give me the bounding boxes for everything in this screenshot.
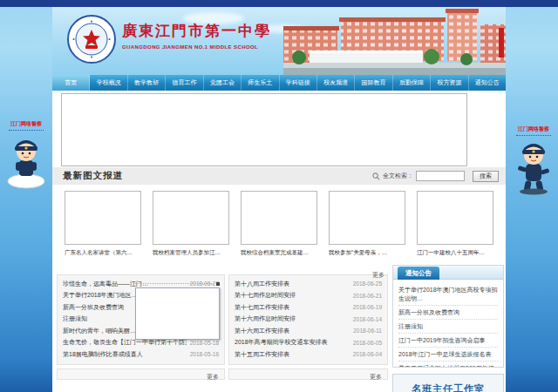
news-date: 2018-06-21 [353, 293, 382, 299]
popup-close-icon[interactable] [216, 282, 220, 286]
photo-placeholder[interactable] [417, 191, 493, 245]
panel-header [57, 265, 225, 274]
popup-title-text [135, 283, 214, 284]
news-title[interactable]: 第18届电脑制作比赛成绩喜人 [63, 350, 187, 359]
photo-placeholder[interactable] [65, 191, 141, 245]
notices-panel: 通知公告 关于举行2018年澳门地区高校专项招生说明… 新高一分班及收费查询 注… [392, 265, 504, 368]
nav-item-party-union[interactable]: 党团工会 [204, 75, 242, 91]
photo-news-card[interactable]: 江门一中建校八十五周年… [417, 191, 493, 265]
photo-placeholder[interactable] [329, 191, 405, 245]
main-container: 廣東江門市第一中學 GUANGDONG JIANGMEN NO.1 MIDDLE… [52, 7, 506, 392]
photo-placeholder[interactable] [153, 191, 229, 245]
fulltext-search: 全文检索： 搜索 [372, 167, 499, 185]
photo-caption[interactable]: 我校参加“关爱母亲，… [329, 249, 405, 257]
banner-slider [61, 93, 467, 166]
main-nav: 首页 学校概况 教学教研 德育工作 党团工会 师生乐土 学科链接 校友频道 国际… [52, 75, 506, 91]
police-mascot-icon [6, 134, 46, 190]
more-link[interactable]: 更多 [207, 374, 219, 380]
famous-teacher-studio-header[interactable]: 名班主任工作室 [392, 374, 504, 392]
nav-item-logistics[interactable]: 后勤保障 [393, 75, 431, 91]
school-name-english: GUANGDONG JIANGMEN NO.1 MIDDLE SCHOOL [122, 44, 296, 50]
more-link[interactable]: 更多 [372, 272, 384, 278]
news-title[interactable]: 第十七周工作安排表 [235, 303, 350, 312]
news-date: 2018-06-19 [353, 304, 382, 310]
photo-news-section-bar: 最新图文报道 全文检索： 搜索 [52, 167, 506, 185]
police-mascot-icon [514, 139, 554, 195]
cyber-police-label: 江门网络警察 [3, 120, 49, 128]
photo-caption[interactable]: 我校档案管理人员参加江… [153, 249, 229, 257]
photo-placeholder[interactable] [241, 191, 317, 245]
photo-news-row: 广东名人名家讲堂（第六… 我校档案管理人员参加江… 我校综合档案室完成基建… 我… [52, 185, 506, 265]
news-date: 2018-05-16 [190, 351, 219, 357]
notice-item[interactable]: 新高一分班及收费查询 [398, 306, 498, 320]
notices-tab[interactable]: 通知公告 [398, 267, 439, 280]
popup-titlebar [135, 280, 220, 287]
cyber-police-subtext [9, 130, 44, 132]
news-item[interactable]: 第十八周工作安排表 2018-06-25 [235, 278, 382, 290]
nav-item-international-education[interactable]: 国际教育 [355, 75, 392, 91]
photo-news-card[interactable]: 广东名人名家讲堂（第六… [65, 191, 141, 265]
top-strip [0, 0, 558, 7]
search-label: 全文检索： [383, 172, 413, 180]
news-date: 2018-05-18 [190, 340, 219, 346]
nav-item-school-resources[interactable]: 校方资源 [431, 75, 468, 91]
notices-column: 通知公告 关于举行2018年澳门地区高校专项招生说明… 新高一分班及收费查询 注… [392, 265, 504, 392]
photo-news-card[interactable]: 我校档案管理人员参加江… [153, 191, 229, 265]
nav-item-moral-education[interactable]: 德育工作 [166, 75, 203, 91]
news-item[interactable]: 第18届电脑制作比赛成绩喜人 2018-05-16 [63, 348, 219, 361]
nav-item-subject-links[interactable]: 学科链接 [280, 75, 317, 91]
photo-caption[interactable]: 广东名人名家讲堂（第六… [65, 249, 141, 257]
news-title[interactable]: 第十六周作息时间安排 [235, 314, 350, 323]
photo-news-title: 最新图文报道 [63, 170, 123, 182]
search-button[interactable]: 搜索 [473, 171, 499, 182]
search-input[interactable] [416, 171, 465, 181]
weekly-schedule-panel: 更多 第十八周工作安排表 2018-06-25 第十七周作息时间安排 2018-… [228, 265, 388, 380]
news-title[interactable]: 第十七周作息时间安排 [235, 291, 350, 300]
notice-item[interactable]: 注册须知 [398, 320, 498, 334]
news-date: 2018-06-04 [353, 351, 382, 357]
nav-item-school-overview[interactable]: 学校概况 [90, 75, 127, 91]
cyber-police-label: 江门网络警察 [511, 125, 556, 133]
notice-item[interactable]: 关于开展纪念陈白沙诞辰500周年征文活动通知 [398, 362, 498, 368]
news-title[interactable]: 第十五周工作安排表 [235, 350, 350, 359]
nav-item-staff-students[interactable]: 师生乐土 [242, 75, 279, 91]
news-date: 2018-06-11 [353, 328, 382, 334]
cyber-police-badge-left[interactable]: 江门网络警察 [3, 120, 49, 190]
news-title[interactable]: 第十八周工作安排表 [235, 280, 350, 288]
panel-footer: 更多 [57, 368, 225, 380]
news-item[interactable]: 第十五周工作安排表 2018-06-04 [235, 348, 382, 361]
notice-item[interactable]: 关于举行2018年澳门地区高校专项招生说明… [398, 283, 498, 306]
notice-item[interactable]: 江门一中2019年招生咨询会启事 [398, 334, 498, 348]
photo-caption[interactable]: 江门一中建校八十五周年… [417, 249, 493, 257]
nav-item-home[interactable]: 首页 [52, 75, 90, 91]
photo-news-card[interactable]: 我校参加“关爱母亲，… [329, 191, 405, 265]
cyber-police-badge-right[interactable]: 江门网络警察 [511, 125, 556, 195]
panel-header: 更多 [228, 265, 388, 274]
panel-footer: 更多 [228, 368, 388, 380]
search-icon [372, 172, 380, 180]
news-item[interactable]: 2018年高考期间学校交通车安排表 2018-06-05 [235, 337, 382, 349]
campus-photo [283, 7, 506, 75]
news-title[interactable]: 2018年高考期间学校交通车安排表 [235, 338, 350, 347]
photo-news-card[interactable]: 我校综合档案室完成基建… [241, 191, 317, 265]
news-item[interactable]: 第十七周作息时间安排 2018-06-21 [235, 290, 382, 302]
content-area: 最新图文报道 全文检索： 搜索 广东名人名家讲堂（第六… 我校档案管理人员参加江… [52, 91, 506, 392]
nav-item-notices[interactable]: 通知公告 [469, 75, 506, 91]
nav-item-alumni-channel[interactable]: 校友频道 [317, 75, 355, 91]
notice-item[interactable]: 2018年江门一中足球生选拔报名表 [398, 348, 498, 362]
news-item[interactable]: 第十七周工作安排表 2018-06-19 [235, 301, 382, 314]
more-link[interactable]: 更多 [370, 374, 382, 380]
news-title[interactable]: 第十六周工作安排表 [235, 327, 350, 335]
school-name: 廣東江門市第一中學 [122, 21, 296, 41]
news-item[interactable]: 第十六周作息时间安排 2018-06-14 [235, 314, 382, 326]
school-emblem-logo[interactable] [66, 14, 117, 64]
notices-header: 通知公告 [393, 266, 503, 280]
photo-caption[interactable]: 我校综合档案室完成基建… [241, 249, 317, 257]
news-item[interactable]: 第十六周工作安排表 2018-06-11 [235, 325, 382, 337]
notices-list: 关于举行2018年澳门地区高校专项招生说明… 新高一分班及收费查询 注册须知 江… [393, 280, 503, 368]
campus-news-panel: 珍惜生命，远离毒品——江门… 2018-06-27 关于举行2018年澳门地区…… [57, 265, 225, 380]
popup-dialog [135, 287, 220, 340]
nav-item-teaching-research[interactable]: 教学教研 [128, 75, 166, 91]
lower-columns: 珍惜生命，远离毒品——江门… 2018-06-27 关于举行2018年澳门地区…… [52, 265, 506, 392]
weekly-schedule-list: 第十八周工作安排表 2018-06-25 第十七周作息时间安排 2018-06-… [228, 274, 388, 365]
